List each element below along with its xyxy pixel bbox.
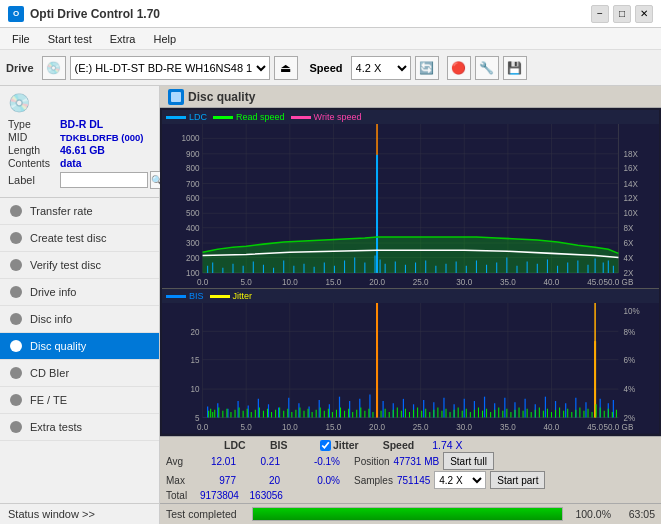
status-window-button[interactable]: Status window >>	[0, 503, 159, 524]
nav-label: Create test disc	[30, 232, 106, 244]
disc-panel: 💿 Type BD-R DL MID TDKBLDRFB (000) Lengt…	[0, 86, 159, 198]
settings-button[interactable]: 🔴	[447, 56, 471, 80]
drive-icon-button[interactable]: 💿	[42, 56, 66, 80]
speed-stat-label: Speed	[383, 439, 415, 451]
bottom-chart-inner: 5 10 15 20 2% 4% 6% 8% 10% 0.0 5.0 10.0	[162, 303, 659, 434]
disc-quality-icon-header	[168, 89, 184, 105]
charts-area: LDC Read speed Write speed	[160, 108, 661, 436]
svg-text:18X: 18X	[624, 150, 639, 159]
svg-text:25.0: 25.0	[413, 422, 429, 432]
svg-text:400: 400	[186, 224, 200, 233]
legend-jitter: Jitter	[210, 291, 253, 301]
menu-help[interactable]: Help	[145, 31, 184, 47]
minimize-button[interactable]: −	[591, 5, 609, 23]
avg-ldc: 12.01	[200, 456, 236, 467]
maximize-button[interactable]: □	[613, 5, 631, 23]
total-bis: 163056	[247, 490, 283, 501]
length-value: 46.61 GB	[60, 144, 105, 156]
svg-text:15.0: 15.0	[326, 278, 342, 287]
bottom-chart: BIS Jitter	[162, 289, 659, 434]
menu-file[interactable]: File	[4, 31, 38, 47]
drive-select[interactable]: (E:) HL-DT-ST BD-RE WH16NS48 1.D3	[70, 56, 270, 80]
svg-text:5: 5	[195, 413, 200, 423]
svg-text:500: 500	[186, 209, 200, 218]
max-ldc: 977	[200, 475, 236, 486]
label-label: Label	[8, 174, 60, 186]
nav-label: Extra tests	[30, 421, 82, 433]
svg-text:40.0: 40.0	[544, 422, 560, 432]
stats-header-ldc-label: LDC	[224, 439, 254, 451]
speed-select[interactable]: 4.2 X	[351, 56, 411, 80]
svg-text:35.0: 35.0	[500, 278, 516, 287]
disc-quality-title: Disc quality	[188, 90, 255, 104]
progress-bar-inner	[253, 508, 562, 520]
app-title: Opti Drive Control 1.70	[30, 7, 160, 21]
menu-extra[interactable]: Extra	[102, 31, 144, 47]
close-button[interactable]: ✕	[635, 5, 653, 23]
sidebar-item-drive-info[interactable]: Drive info	[0, 279, 159, 306]
svg-text:50.0 GB: 50.0 GB	[604, 278, 634, 287]
menu-start-test[interactable]: Start test	[40, 31, 100, 47]
contents-label: Contents	[8, 157, 60, 169]
sidebar-item-disc-info[interactable]: Disc info	[0, 306, 159, 333]
speed-label: Speed	[310, 62, 343, 74]
nav-label: FE / TE	[30, 394, 67, 406]
drive-info-icon	[8, 284, 24, 300]
svg-text:100: 100	[186, 269, 200, 278]
speed-select-stats[interactable]: 4.2 X	[434, 471, 486, 489]
progress-percent: 100.0%	[569, 508, 611, 520]
sidebar-item-create-test-disc[interactable]: Create test disc	[0, 225, 159, 252]
svg-text:45.0: 45.0	[587, 422, 603, 432]
jitter-header-label: Jitter	[333, 439, 359, 451]
speed-stat-value: 1.74 X	[432, 439, 462, 451]
type-label: Type	[8, 118, 60, 130]
svg-text:25.0: 25.0	[413, 278, 429, 287]
total-ldc: 9173804	[200, 490, 239, 501]
svg-text:12X: 12X	[624, 194, 639, 203]
svg-text:5.0: 5.0	[241, 422, 253, 432]
nav-label: Drive info	[30, 286, 76, 298]
top-chart-inner: 100 200 300 400 500 600 700 800 900 1000…	[162, 124, 659, 288]
nav-label: Verify test disc	[30, 259, 101, 271]
disc-info-icon	[8, 311, 24, 327]
start-part-button[interactable]: Start part	[490, 471, 545, 489]
svg-text:10.0: 10.0	[282, 422, 298, 432]
sidebar-item-cd-bier[interactable]: CD BIer	[0, 360, 159, 387]
sidebar-item-transfer-rate[interactable]: Transfer rate	[0, 198, 159, 225]
titlebar: O Opti Drive Control 1.70 − □ ✕	[0, 0, 661, 28]
sidebar-item-verify-test-disc[interactable]: Verify test disc	[0, 252, 159, 279]
type-value: BD-R DL	[60, 118, 103, 130]
progress-bar-outer	[252, 507, 563, 521]
verify-test-disc-icon	[8, 257, 24, 273]
save-button[interactable]: 💾	[503, 56, 527, 80]
svg-text:10.0: 10.0	[282, 278, 298, 287]
mid-label: MID	[8, 131, 60, 143]
svg-text:10X: 10X	[624, 209, 639, 218]
max-label: Max	[166, 475, 196, 486]
total-label: Total	[166, 490, 196, 501]
eject-button[interactable]: ⏏	[274, 56, 298, 80]
disc-quality-header: Disc quality	[160, 86, 661, 108]
disc-quality-icon	[8, 338, 24, 354]
nav-label: Disc info	[30, 313, 72, 325]
tools-button[interactable]: 🔧	[475, 56, 499, 80]
svg-text:600: 600	[186, 194, 200, 203]
svg-text:2X: 2X	[624, 269, 634, 278]
jitter-checkbox[interactable]	[320, 440, 331, 451]
svg-text:30.0: 30.0	[456, 278, 472, 287]
refresh-button[interactable]: 🔄	[415, 56, 439, 80]
start-full-button[interactable]: Start full	[443, 452, 494, 470]
svg-text:30.0: 30.0	[456, 422, 472, 432]
toolbar: Drive 💿 (E:) HL-DT-ST BD-RE WH16NS48 1.D…	[0, 50, 661, 86]
top-chart-svg: 100 200 300 400 500 600 700 800 900 1000…	[162, 124, 659, 288]
sidebar-item-disc-quality[interactable]: Disc quality	[0, 333, 159, 360]
position-label: Position	[354, 456, 390, 467]
stats-bar: LDC BIS Jitter Speed 1.74 X Avg 12.01 0.…	[160, 436, 661, 503]
sidebar-item-extra-tests[interactable]: Extra tests	[0, 414, 159, 441]
label-input[interactable]	[60, 172, 148, 188]
sidebar-item-fe-te[interactable]: FE / TE	[0, 387, 159, 414]
position-value: 47731 MB	[394, 456, 440, 467]
svg-text:15.0: 15.0	[326, 422, 342, 432]
samples-label: Samples	[354, 475, 393, 486]
app-icon: O	[8, 6, 24, 22]
